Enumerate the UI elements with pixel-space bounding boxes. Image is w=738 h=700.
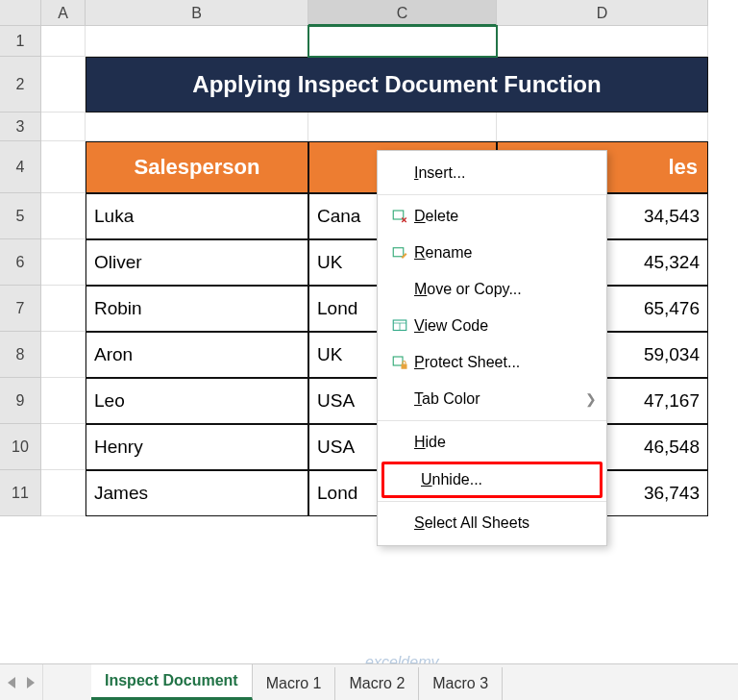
row-header-7[interactable]: 7	[0, 286, 41, 332]
menu-item-label: Tab Color	[414, 390, 585, 408]
column-headers: A B C D	[41, 0, 708, 26]
cell[interactable]	[41, 424, 86, 470]
menu-item-label: Delete	[414, 208, 597, 225]
row-header-9[interactable]: 9	[0, 378, 41, 424]
row-header-8[interactable]: 8	[0, 332, 41, 378]
menu-item-tab-color[interactable]: Tab Color❯	[378, 381, 606, 417]
active-cell[interactable]	[308, 26, 497, 57]
menu-item-label: Unhide...	[421, 471, 590, 488]
row-header-6[interactable]: 6	[0, 239, 41, 286]
row-header-4[interactable]: 4	[0, 141, 41, 193]
row-header-5[interactable]: 5	[0, 193, 41, 239]
row-headers: 1 2 3 4 5 6 7 8 9 10 11	[0, 26, 41, 516]
sheet-tab-macro-3[interactable]: Macro 3	[419, 667, 503, 700]
menu-item-unhide[interactable]: Unhide...	[381, 462, 603, 498]
menu-item-label: Select All Sheets	[414, 514, 597, 532]
chevron-right-icon: ❯	[585, 391, 597, 407]
cell[interactable]	[86, 112, 308, 141]
col-header-B[interactable]: B	[86, 0, 308, 26]
col-header-A[interactable]: A	[41, 0, 86, 26]
cell[interactable]	[308, 112, 497, 141]
menu-item-label: Protect Sheet...	[414, 354, 597, 371]
protect-icon	[385, 354, 414, 371]
rename-icon	[385, 244, 414, 262]
tab-nav-prev-icon[interactable]	[8, 677, 15, 688]
cell[interactable]	[41, 193, 86, 239]
cell[interactable]	[41, 26, 86, 57]
cell[interactable]	[41, 332, 86, 378]
menu-item-label: Hide	[414, 434, 597, 451]
menu-item-label: Insert...	[414, 164, 597, 182]
cell[interactable]	[41, 57, 86, 112]
menu-item-protect-sheet[interactable]: Protect Sheet...	[378, 344, 606, 381]
col-header-C[interactable]: C	[308, 0, 497, 26]
cell[interactable]	[41, 378, 86, 424]
cell[interactable]	[41, 112, 86, 141]
svg-rect-3	[393, 248, 404, 257]
cell[interactable]	[497, 112, 708, 141]
tab-nav-arrows	[0, 664, 43, 700]
sheet-tabs-bar: Inspect Document Macro 1 Macro 2 Macro 3	[0, 663, 738, 700]
sheet-tabs: Inspect Document Macro 1 Macro 2 Macro 3	[43, 664, 503, 700]
menu-item-hide[interactable]: Hide	[378, 424, 606, 461]
delete-icon	[385, 208, 414, 225]
row-header-10[interactable]: 10	[0, 424, 41, 470]
viewcode-icon	[385, 317, 414, 335]
tab-nav-next-icon[interactable]	[27, 677, 35, 688]
row-header-1[interactable]: 1	[0, 26, 41, 57]
sheet-tab-macro-1[interactable]: Macro 1	[253, 667, 336, 700]
cell[interactable]	[497, 26, 708, 57]
cell[interactable]	[41, 470, 86, 516]
menu-item-insert[interactable]: Insert...	[378, 155, 606, 191]
col-header-D[interactable]: D	[497, 0, 708, 26]
table-cell-name[interactable]: Oliver	[86, 239, 308, 286]
cell[interactable]	[41, 286, 86, 332]
row-header-11[interactable]: 11	[0, 470, 41, 516]
cell[interactable]	[41, 141, 86, 193]
cell[interactable]	[41, 239, 86, 286]
sheet-tab-macro-2[interactable]: Macro 2	[335, 667, 419, 700]
select-all-corner[interactable]	[0, 0, 41, 26]
menu-separator	[378, 420, 606, 421]
menu-item-view-code[interactable]: View Code	[378, 308, 606, 344]
row-header-2[interactable]: 2	[0, 57, 41, 112]
cell[interactable]	[86, 26, 308, 57]
table-cell-name[interactable]: Robin	[86, 286, 308, 332]
menu-item-delete[interactable]: Delete	[378, 198, 606, 235]
sheet-tab-context-menu: Insert...DeleteRenameMove or Copy...View…	[377, 150, 607, 546]
table-cell-name[interactable]: Henry	[86, 424, 308, 470]
table-cell-name[interactable]: Leo	[86, 378, 308, 424]
menu-item-label: Rename	[414, 244, 597, 262]
menu-item-rename[interactable]: Rename	[378, 235, 606, 271]
menu-item-select-all-sheets[interactable]: Select All Sheets	[378, 505, 606, 541]
menu-item-label: View Code	[414, 317, 597, 335]
table-cell-name[interactable]: James	[86, 470, 308, 516]
menu-separator	[378, 501, 606, 502]
table-cell-name[interactable]: Aron	[86, 332, 308, 378]
table-header-salesperson[interactable]: Salesperson	[86, 141, 308, 193]
row-header-3[interactable]: 3	[0, 112, 41, 141]
menu-item-label: Move or Copy...	[414, 281, 597, 298]
svg-rect-8	[402, 364, 407, 369]
menu-separator	[378, 194, 606, 195]
title-cell[interactable]: Applying Inspect Document Function	[86, 57, 708, 112]
table-cell-name[interactable]: Luka	[86, 193, 308, 239]
menu-item-move-or-copy[interactable]: Move or Copy...	[378, 271, 606, 308]
sheet-tab-inspect-document[interactable]: Inspect Document	[91, 664, 253, 700]
